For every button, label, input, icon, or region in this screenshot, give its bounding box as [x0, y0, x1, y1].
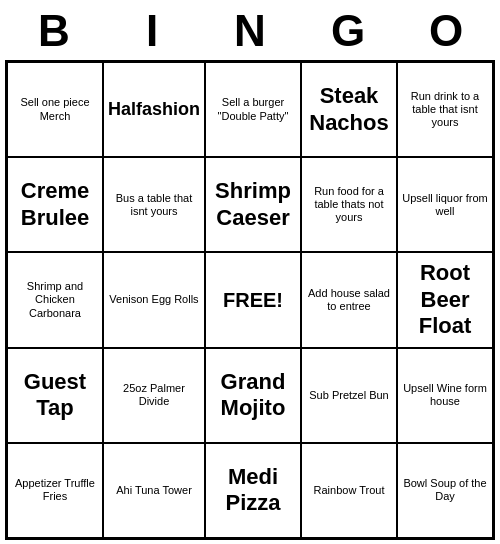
header-g: G	[303, 6, 393, 56]
bingo-cell-18: Sub Pretzel Bun	[301, 348, 397, 443]
bingo-cell-19: Upsell Wine form house	[397, 348, 493, 443]
bingo-cell-4: Run drink to a table that isnt yours	[397, 62, 493, 157]
header-o: O	[401, 6, 491, 56]
header-n: N	[205, 6, 295, 56]
bingo-cell-7: Shrimp Caeser	[205, 157, 301, 252]
bingo-cell-21: Ahi Tuna Tower	[103, 443, 205, 538]
bingo-cell-0: Sell one piece Merch	[7, 62, 103, 157]
header-i: I	[107, 6, 197, 56]
header-b: B	[9, 6, 99, 56]
bingo-grid: Sell one piece MerchHalfashionSell a bur…	[5, 60, 495, 540]
bingo-cell-6: Bus a table that isnt yours	[103, 157, 205, 252]
bingo-header: B I N G O	[5, 0, 495, 60]
bingo-cell-23: Rainbow Trout	[301, 443, 397, 538]
bingo-cell-22: Medi Pizza	[205, 443, 301, 538]
bingo-cell-10: Shrimp and Chicken Carbonara	[7, 252, 103, 347]
bingo-cell-14: Root Beer Float	[397, 252, 493, 347]
bingo-cell-3: Steak Nachos	[301, 62, 397, 157]
bingo-cell-9: Upsell liquor from well	[397, 157, 493, 252]
bingo-cell-13: Add house salad to entree	[301, 252, 397, 347]
bingo-cell-8: Run food for a table thats not yours	[301, 157, 397, 252]
bingo-cell-16: 25oz Palmer Divide	[103, 348, 205, 443]
bingo-cell-11: Venison Egg Rolls	[103, 252, 205, 347]
bingo-cell-1: Halfashion	[103, 62, 205, 157]
bingo-cell-15: Guest Tap	[7, 348, 103, 443]
bingo-cell-24: Bowl Soup of the Day	[397, 443, 493, 538]
bingo-cell-5: Creme Brulee	[7, 157, 103, 252]
bingo-cell-20: Appetizer Truffle Fries	[7, 443, 103, 538]
bingo-cell-2: Sell a burger "Double Patty"	[205, 62, 301, 157]
bingo-cell-12: FREE!	[205, 252, 301, 347]
bingo-cell-17: Grand Mojito	[205, 348, 301, 443]
